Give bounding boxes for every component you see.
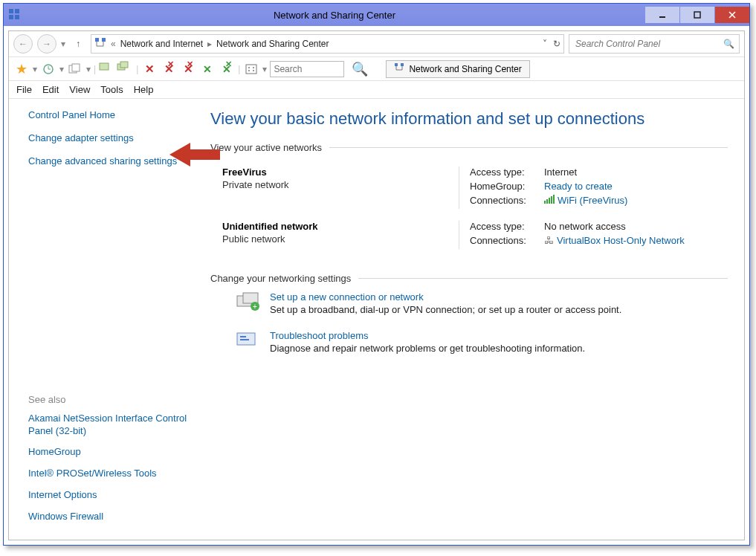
search-input[interactable] [574, 38, 708, 50]
menu-help[interactable]: Help [134, 84, 154, 95]
setting-setup-connection: + Set up a new connection or network Set… [234, 291, 728, 315]
setup-connection-desc: Set up a broadband, dial-up or VPN conne… [270, 304, 621, 315]
breadcrumb-network-internet[interactable]: Network and Internet [120, 39, 203, 49]
menubar: File Edit View Tools Help [9, 81, 744, 99]
svg-rect-26 [395, 63, 398, 66]
sidebar: Control Panel Home Change adapter settin… [9, 99, 198, 540]
setting-troubleshoot: Troubleshoot problems Diagnose and repai… [234, 330, 728, 354]
svg-rect-0 [9, 9, 13, 13]
wifi-signal-icon [544, 195, 555, 206]
sidebar-change-advanced-sharing[interactable]: Change advanced sharing settings [28, 155, 188, 168]
refresh-icon[interactable]: ↻ [553, 39, 560, 49]
svg-rect-27 [401, 63, 404, 66]
setup-connection-icon: + [234, 291, 261, 315]
titlebar: Network and Sharing Center [4, 4, 749, 26]
network-entry-freevirus: FreeVirus Private network Access type:In… [210, 161, 728, 215]
search-control-panel[interactable]: 🔍 [569, 34, 740, 54]
history-icon[interactable] [40, 61, 56, 77]
active-networks-label: View your active networks [210, 142, 322, 153]
troubleshoot-desc: Diagnose and repair network problems or … [270, 343, 585, 354]
breadcrumb-sep-icon: ▸ [207, 39, 212, 49]
tab-label: Network and Sharing Center [409, 64, 521, 74]
confirm-icon[interactable]: ✕ [199, 61, 216, 77]
homegroup-link[interactable]: Ready to create [544, 181, 613, 192]
see-also-intel[interactable]: Intel® PROSet/Wireless Tools [28, 468, 188, 480]
close-other-tabs-icon[interactable]: ✕✕ [180, 61, 196, 77]
sidebar-control-panel-home[interactable]: Control Panel Home [28, 109, 188, 122]
network-name: Unidentified network [222, 221, 456, 232]
setup-connection-link[interactable]: Set up a new connection or network [270, 291, 424, 303]
svg-rect-2 [9, 15, 13, 19]
troubleshoot-link[interactable]: Troubleshoot problems [270, 330, 368, 341]
svg-rect-8 [95, 38, 99, 42]
up-button[interactable]: ↑ [70, 36, 86, 52]
close-tab-icon[interactable]: ✕ [141, 61, 158, 77]
forward-button[interactable]: → [37, 34, 56, 54]
pages-icon[interactable] [67, 61, 83, 77]
open-tab-icon[interactable] [99, 61, 115, 77]
svg-rect-20 [120, 62, 128, 68]
see-also-homegroup[interactable]: HomeGroup [28, 446, 188, 459]
see-also-windows-firewall[interactable]: Windows Firewall [28, 511, 188, 523]
access-type-label: Access type: [470, 167, 544, 178]
connection-link-virtualbox[interactable]: VirtualBox Host-Only Network [557, 235, 685, 246]
toolbar-dropdown-4-icon[interactable]: ▾ [262, 64, 267, 74]
confirm-all-icon[interactable]: ✕✕ [219, 61, 235, 77]
window-inner: ← → ▾ ↑ « Network and Internet ▸ Network… [8, 30, 745, 540]
menu-file[interactable]: File [16, 84, 32, 95]
change-settings-label: Change your networking settings [210, 273, 351, 284]
window-frame: Network and Sharing Center ← → ▾ ↑ « Net… [3, 3, 750, 546]
view-mode-icon[interactable] [243, 61, 259, 77]
body: Control Panel Home Change adapter settin… [9, 99, 744, 540]
window-title: Network and Sharing Center [25, 10, 644, 21]
adapter-icon: 🖧 [544, 235, 554, 246]
svg-rect-38 [243, 293, 258, 303]
sidebar-change-adapter-settings[interactable]: Change adapter settings [28, 132, 188, 145]
toolbar-dropdown-2-icon[interactable]: ▾ [59, 64, 64, 74]
network-icon [94, 37, 106, 51]
breadcrumb-prefix: « [111, 39, 116, 49]
svg-rect-21 [246, 65, 256, 74]
svg-rect-5 [694, 12, 700, 18]
toolbar-dropdown-1-icon[interactable]: ▾ [33, 64, 37, 74]
favorites-icon[interactable]: ★ [13, 61, 30, 77]
menu-edit[interactable]: Edit [42, 84, 59, 95]
see-also-heading: See also [28, 394, 188, 405]
main: View your basic network information and … [198, 99, 744, 540]
svg-text:+: + [253, 303, 257, 311]
see-also-internet-options[interactable]: Internet Options [28, 489, 188, 502]
back-button[interactable]: ← [13, 34, 33, 54]
network-entry-unidentified: Unidentified network Public network Acce… [210, 215, 728, 255]
toolbar-search-icon[interactable]: 🔍 [352, 61, 368, 77]
search-icon[interactable]: 🔍 [723, 39, 734, 49]
toolbar: ★ ▾ ▾ ▾ | | ✕ ✕✕ ✕✕ ✕ ✕✕ | ▾ 🔍 Networ [9, 57, 744, 81]
network-name: FreeVirus [222, 167, 456, 178]
svg-rect-36 [553, 195, 555, 204]
address-dropdown-icon[interactable]: ˅ [543, 39, 547, 49]
toolbar-dropdown-3-icon[interactable]: ▾ [86, 64, 91, 74]
see-also-akamai[interactable]: Akamai NetSession Interface Control Pane… [28, 413, 188, 438]
active-networks-heading: View your active networks [210, 142, 728, 153]
address-bar[interactable]: « Network and Internet ▸ Network and Sha… [91, 34, 564, 54]
minimize-button[interactable] [645, 7, 679, 23]
network-type: Private network [222, 179, 456, 190]
connections-label: Connections: [470, 235, 544, 246]
close-all-tabs-icon[interactable]: ✕✕ [161, 61, 177, 77]
close-button[interactable] [715, 7, 749, 23]
connection-link-wifi[interactable]: WiFi (FreeVirus) [558, 195, 627, 206]
connections-label: Connections: [470, 195, 544, 206]
toolbar-search-input[interactable] [270, 61, 344, 77]
menu-view[interactable]: View [69, 84, 90, 95]
svg-point-23 [248, 70, 250, 71]
breadcrumb-network-sharing[interactable]: Network and Sharing Center [216, 39, 329, 49]
svg-rect-42 [240, 336, 246, 337]
maximize-button[interactable] [680, 7, 714, 23]
svg-rect-18 [100, 63, 109, 70]
svg-rect-17 [72, 64, 80, 71]
tab-network-sharing[interactable]: Network and Sharing Center [386, 60, 529, 78]
menu-tools[interactable]: Tools [100, 84, 123, 95]
svg-rect-3 [15, 15, 19, 19]
network-type: Public network [222, 233, 456, 245]
history-dropdown-icon[interactable]: ▾ [61, 39, 65, 49]
open-tabs-icon[interactable] [117, 61, 133, 77]
